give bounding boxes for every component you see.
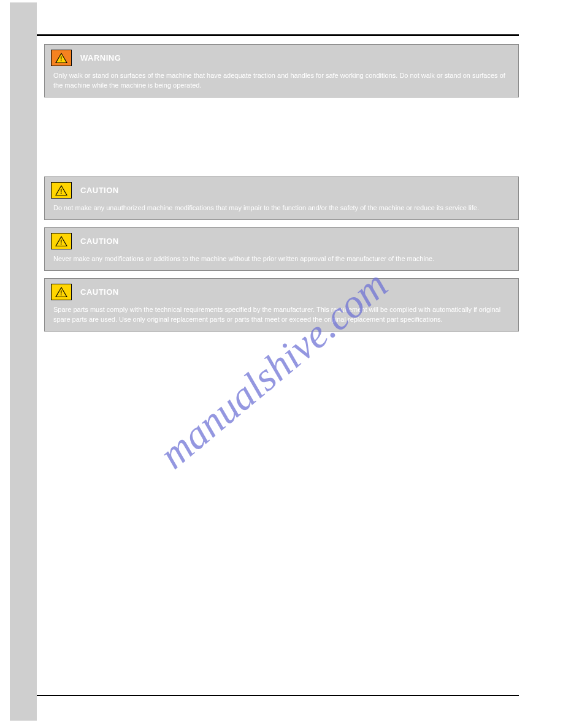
triangle-icon: !	[55, 287, 67, 297]
footer-rule	[37, 695, 519, 696]
pre-paragraph-1: Only perform maintenance and repair proc…	[44, 150, 519, 170]
warning-label: WARNING	[80, 53, 121, 63]
caution-box-1: ! CAUTION Do not make any unauthorized m…	[44, 176, 519, 220]
footer-brand: Kalmar Rough Terrain Center 08/2011	[394, 703, 514, 711]
caution-icon: !	[51, 233, 72, 249]
footer-page: 1 - 4	[44, 703, 58, 711]
warning-box: ! WARNING Only walk or stand on surfaces…	[44, 44, 519, 97]
procedure-item: 5. Attach a DO NOT OPERATE or similar wa…	[44, 404, 519, 424]
caution-icon: !	[51, 284, 72, 300]
body-paragraph-1: Before anyone performs any of the follow…	[44, 105, 519, 125]
procedure-item: 6. Use the handles and steps (with anti-…	[44, 430, 519, 450]
subsection-title: 1.2.1 Preliminary Procedures	[44, 136, 519, 145]
procedure-item: 1. Always park the machine on a solid, l…	[44, 339, 519, 349]
caution-box-2: ! CAUTION Never make any modifications o…	[44, 227, 519, 271]
warning-head: ! WARNING	[51, 50, 512, 66]
caution-head-2: ! CAUTION	[51, 233, 512, 249]
left-margin-bar	[10, 2, 37, 721]
header-title: Safety Rules	[462, 15, 514, 25]
warning-body: Only walk or stand on surfaces of the ma…	[51, 70, 512, 91]
caution-head-1: ! CAUTION	[51, 182, 512, 199]
caution-label: CAUTION	[80, 237, 119, 246]
caution-body-2: Never make any modifications or addition…	[51, 253, 512, 264]
header-section: Section 1	[44, 15, 77, 23]
procedure-item: 9. Keep all fuel and lubricants in prope…	[44, 499, 519, 509]
header-rule	[37, 34, 519, 36]
triangle-icon: !	[55, 185, 67, 195]
caution-box-3: ! CAUTION Spare parts must comply with t…	[44, 278, 519, 332]
procedure-item: 3. Apply the parking brake and stop the …	[44, 371, 519, 382]
caution-icon: !	[51, 182, 72, 199]
warning-icon: !	[51, 50, 72, 66]
procedure-list: 1. Always park the machine on a solid, l…	[44, 339, 519, 509]
triangle-icon: !	[55, 236, 67, 246]
procedure-item: 8. Make sure the work area around the ma…	[44, 483, 519, 493]
procedure-item: 2. Move the gear selector to the NEUTRAL…	[44, 355, 519, 365]
caution-head-3: ! CAUTION	[51, 284, 512, 300]
caution-body-1: Do not make any unauthorized machine mod…	[51, 202, 512, 213]
caution-body-3: Spare parts must comply with the technic…	[51, 304, 512, 325]
page-content: ! WARNING Only walk or stand on surfaces…	[44, 44, 519, 515]
triangle-icon: !	[55, 53, 67, 63]
caution-label: CAUTION	[80, 186, 119, 195]
procedure-item: 7. Wear gloves, hardhats, goggles, prote…	[44, 457, 519, 477]
caution-label: CAUTION	[80, 287, 119, 297]
procedure-item: 4. Remove the key.	[44, 387, 519, 398]
